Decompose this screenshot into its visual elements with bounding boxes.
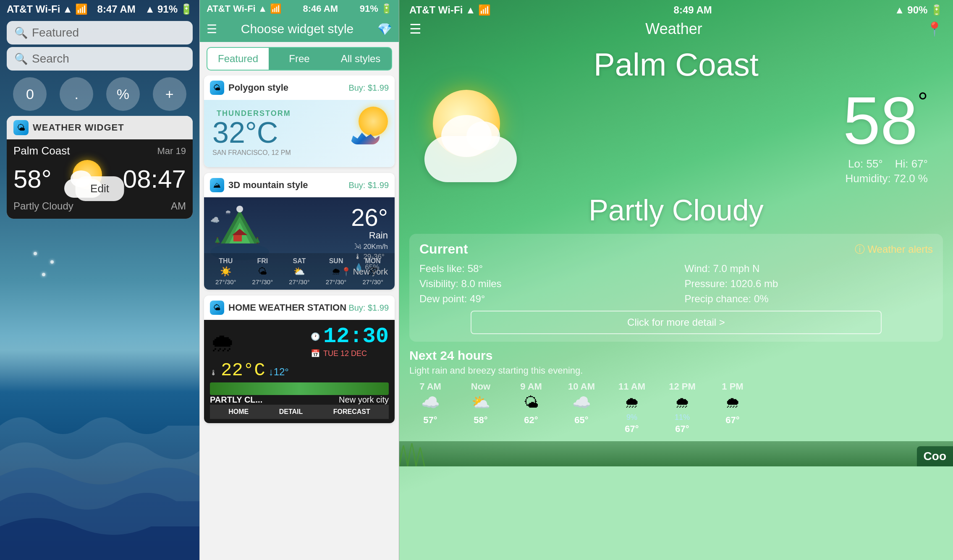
card-hws-title: HOME WEATHER STATION [228,302,346,313]
s2-carrier: AT&T Wi-Fi [207,3,256,14]
hws-left: 🌧 [210,324,235,357]
s3-humidity: Humidity: 72.0 % [843,172,928,185]
hws-tab-home[interactable]: HOME [228,408,249,416]
calc-btn-dot[interactable]: . [60,77,93,111]
s2-scroll-area[interactable]: 🌤 Polygon style Buy: $1.99 THUNDERSTORM … [200,76,399,560]
card-mountain-icon: ⛰ [210,178,224,192]
s3-battery: 90% [907,4,927,16]
calc-btn-plus[interactable]: + [153,77,186,111]
hour-11am: 11 AM 🌧 9% 67° [611,381,653,434]
card-polygon-buy[interactable]: Buy: $1.99 [348,83,389,93]
hws-tab-detail[interactable]: DETAIL [279,408,303,416]
forecast-row: THU ☀️ 27°/30° FRI 🌤 27°/30° SAT ⛅ 27°/3… [204,253,395,290]
s3-visibility: Visibility: 8.0 miles [419,278,668,290]
hws-temp-row: 🌡 22°C ↓12° [210,360,389,381]
calc-btn-pct[interactable]: % [106,77,140,111]
s3-precip: Precip chance: 0% [685,293,933,305]
s2-title: Choose widget style [217,22,377,36]
svg-text:🌧: 🌧 [225,209,231,215]
search-bar-s1[interactable]: 🔍 Featured [7,21,193,44]
hws-temp-main: 22°C [221,360,265,381]
s2-status-bar: AT&T Wi-Fi ▲ 📶 8:46 AM 91% 🔋 [207,0,392,18]
s3-lo: Lo: 55° [848,157,883,170]
card-mountain: ⛰ 3D mountain style Buy: $1.99 [204,173,395,290]
hws-tab-forecast[interactable]: FORECAST [333,408,370,416]
s2-gem-icon[interactable]: 💎 [377,22,392,36]
fc-mon-temps: 27°/30° [362,278,383,285]
search-input-s1[interactable]: 🔍 Search [7,47,193,71]
s3-menu-icon[interactable]: ☰ [409,21,422,37]
hws-time-row: 🕐 12:30 [311,324,389,349]
s2-menu-icon[interactable]: ☰ [207,22,217,36]
fc-fri: FRI 🌤 27°/30° [252,257,273,285]
hour-11am-icon: 🌧 [624,394,639,411]
svg-point-4 [236,206,243,212]
s3-main-row: 58 ° Lo: 55° Hi: 67° Humidity: 72.0 % [399,83,953,185]
edit-button[interactable]: Edit [75,176,124,201]
ww-temp: 58° [13,165,52,194]
hws-right: 🕐 12:30 📅 TUE 12 DEC [311,324,389,358]
s3-time: 8:49 AM [674,4,712,16]
s3-lo-hi: Lo: 55° Hi: 67° [843,157,928,170]
card-mountain-buy[interactable]: Buy: $1.99 [348,181,389,190]
fc-thu-icon: ☀️ [220,266,231,277]
s3-cloud [424,136,517,182]
fc-sun-icon: 🌧 [332,266,341,277]
s3-current-title: Current [419,241,468,257]
s3-temp-unit: ° [918,87,928,116]
s3-next24-title: Next 24 hours [409,348,943,363]
card-hws-buy[interactable]: Buy: $1.99 [348,303,389,313]
card-hws-title-area: 🌤 HOME WEATHER STATION [210,301,346,315]
hws-cloud-icon: 🌧 [210,328,235,357]
ww-header: 🌤 WEATHER WIDGET [7,116,193,139]
wifi-icon: ▲ [63,3,73,15]
svg-text:☁️: ☁️ [210,215,220,225]
hour-12pm-precip: 11% [675,413,690,422]
s3-feels-like: Feels like: 58° [419,263,668,275]
s3-location-pin-icon[interactable]: 📍 [926,21,943,37]
hour-9am-temp: 62° [524,415,538,426]
hws-footer: PARTLY CL... New york city [210,395,389,405]
s3-status-right: ▲ 90% 🔋 [895,4,943,16]
ww-bottom-row: Partly Cloudy AM [13,200,186,212]
s3-hourly-scroll[interactable]: 7 AM ☁️ 57° Now ⛅ 58° 9 AM 🌤 62° 10 AM ☁… [409,381,943,438]
alert-icon: ⓘ [855,243,865,256]
more-detail-button[interactable]: Click for more detail > [471,311,881,334]
card-polygon: 🌤 Polygon style Buy: $1.99 THUNDERSTORM … [204,76,395,167]
tab-all-styles[interactable]: All styles [330,48,391,70]
fc-mon: MON ⛈ 27°/30° [362,257,383,285]
s3-status-bar: AT&T Wi-Fi ▲ 📶 8:49 AM ▲ 90% 🔋 [399,0,953,20]
fc-fri-temps: 27°/30° [252,278,273,285]
coo-text: Coo [924,450,946,463]
s3-carrier: AT&T Wi-Fi [409,4,463,16]
card-hws-header: 🌤 HOME WEATHER STATION Buy: $1.99 [204,296,395,320]
mt-condition: Rain [369,230,388,241]
poly-left: THUNDERSTORM 32°C SAN FRANCISCO, 12 PM [212,109,291,157]
hour-12pm-icon: 🌧 [675,394,690,411]
hws-condition: PARTLY CL... [210,395,262,405]
fc-sun-day: SUN [329,257,343,265]
card-polygon-header: 🌤 Polygon style Buy: $1.99 [204,76,395,100]
hws-location: New york city [339,395,389,405]
calc-btn-0[interactable]: 0 [13,77,47,111]
hour-now-icon: ⛅ [471,394,490,411]
fc-sun-temps: 27°/30° [326,278,347,285]
signal-icon: 📶 [75,3,88,15]
poly-temp: 32°C [212,118,291,147]
carrier-s1: AT&T Wi-Fi [7,3,60,15]
fc-thu: THU ☀️ 27°/30° [215,257,236,285]
status-left-s1: AT&T Wi-Fi ▲ 📶 [7,3,88,15]
hws-tabs: HOME DETAIL FORECAST [210,405,389,419]
tab-featured[interactable]: Featured [207,48,269,70]
s3-temp-area: 58 ° Lo: 55° Hi: 67° Humidity: 72.0 % [843,87,928,185]
s2-status-right: 91% 🔋 [360,3,392,14]
tab-free[interactable]: Free [269,48,330,70]
card-polygon-icon: 🌤 [210,81,224,95]
battery-s1: 91% [157,3,178,15]
s2-battery-icon: 🔋 [381,3,392,14]
svg-rect-13 [399,441,953,466]
s3-weather-alerts[interactable]: ⓘ Weather alerts [855,243,933,256]
poly-location: SAN FRANCISCO, 12 PM [212,149,291,157]
s2-battery: 91% [360,3,378,14]
card-hws-icon: 🌤 [210,301,224,315]
